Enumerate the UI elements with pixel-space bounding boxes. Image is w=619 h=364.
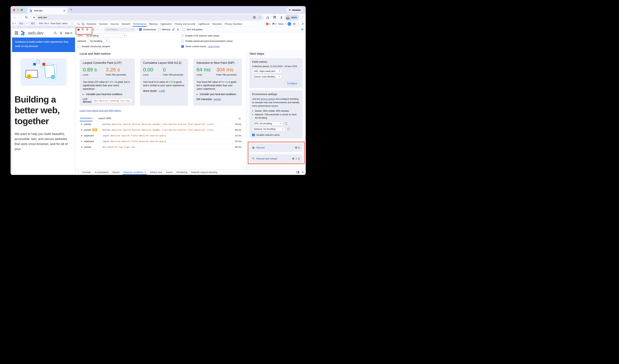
- interaction-row[interactable]: ▶ pointer div.devsite-top-logo-row 48 ms: [80, 144, 242, 150]
- sign-in-button[interactable]: Sign in: [65, 32, 72, 34]
- env-network-select[interactable]: Network: No throttling▼: [252, 127, 285, 131]
- close-icon[interactable]: ✕: [144, 171, 146, 174]
- memory-checkbox[interactable]: [158, 28, 161, 31]
- tab-privacy-security[interactable]: Privacy and security: [173, 21, 197, 27]
- downloads-icon[interactable]: [280, 16, 283, 19]
- lcp-test-conditions-expander[interactable]: ▶ Consider your local test conditions: [83, 93, 132, 96]
- main-context-select[interactable]: Main ▼: [278, 23, 286, 25]
- tab-application[interactable]: Application: [159, 21, 173, 27]
- emulation-menu-icon[interactable]: ⋮: [71, 22, 73, 25]
- window-controls[interactable]: [13, 6, 23, 14]
- browser-tab[interactable]: web.dev ✕: [27, 8, 67, 14]
- drawer-close-icon[interactable]: ✕: [302, 171, 304, 174]
- devtools-close-icon[interactable]: ✕: [302, 22, 304, 26]
- interaction-row[interactable]: ▶ keyboard input.devsite-search-field.de…: [80, 133, 242, 139]
- drawer-tab-whats-new[interactable]: What's new: [148, 169, 164, 175]
- info-icon[interactable]: i: [285, 122, 287, 125]
- field-url-select[interactable]: URL: https://web.dev/▼: [252, 69, 282, 73]
- tab-close-icon[interactable]: ✕: [63, 9, 65, 12]
- address-bar[interactable]: web.dev ☆: [31, 14, 264, 20]
- cpu-throttle-select[interactable]: No throttling▼: [85, 34, 127, 38]
- drawer-menu-icon[interactable]: ⋮: [77, 171, 80, 174]
- drawer-tab-search[interactable]: Search: [111, 169, 122, 175]
- network-throttle-select[interactable]: No throttling▼: [88, 39, 109, 43]
- tab-elements[interactable]: Elements: [85, 21, 98, 27]
- inp-test-conditions-expander[interactable]: ▶ Consider your local test conditions: [197, 93, 239, 96]
- viewport-height-input[interactable]: [29, 22, 37, 25]
- tab-performance[interactable]: Performance: [132, 21, 148, 27]
- record-and-reload-button[interactable]: ↻ Record and reload ⌘ ⇧ E: [250, 154, 303, 163]
- drawer-tab-console[interactable]: Console: [80, 169, 93, 175]
- css-stats-checkbox[interactable]: [181, 34, 184, 37]
- load-profile-icon[interactable]: ↥: [92, 28, 95, 31]
- new-tab-button[interactable]: +: [70, 7, 72, 13]
- tab-memory[interactable]: Memory: [148, 21, 159, 27]
- tab-console[interactable]: Console: [98, 21, 109, 27]
- theme-toggle-icon[interactable]: [59, 31, 63, 35]
- inp-interaction-link[interactable]: pointer: [214, 98, 221, 101]
- custom-tracks-learn-more-link[interactable]: Learn more: [208, 45, 220, 48]
- disable-network-cache-toggle[interactable]: Disable network cache: [252, 134, 300, 136]
- tab-sources[interactable]: Sources: [109, 21, 120, 27]
- tab-network[interactable]: Network: [120, 21, 132, 27]
- forward-icon[interactable]: →: [18, 15, 23, 19]
- worst-cluster-link[interactable]: 1 shift: [158, 90, 165, 92]
- advanced-paint-toggle[interactable]: Enable advanced paint instrumentation (s…: [181, 39, 303, 43]
- dim-3rd-parties-toggle[interactable]: Dim 3rd parties: [183, 28, 203, 31]
- tab-lighthouse[interactable]: Lighthouse: [197, 21, 211, 27]
- chevron-right-icon[interactable]: ▶: [80, 146, 84, 148]
- record-reload-icon[interactable]: ↻: [82, 28, 84, 31]
- chevron-right-icon[interactable]: ▶: [80, 129, 84, 131]
- screenshots-toggle[interactable]: Screenshots: [139, 28, 156, 31]
- dock-side-icon[interactable]: [296, 171, 299, 174]
- collapse-sanitize-icon[interactable]: ⇅: [177, 28, 179, 31]
- devtools-menu-icon[interactable]: ⋮: [297, 22, 300, 26]
- js-samples-checkbox[interactable]: [78, 45, 80, 48]
- error-count[interactable]: ✕ 1: [266, 23, 270, 25]
- clear-icon[interactable]: ⊘: [86, 28, 88, 31]
- bookmark-star-icon[interactable]: ☆: [258, 15, 262, 19]
- save-profile-icon[interactable]: ↧: [97, 28, 99, 31]
- webdev-logo-icon[interactable]: [20, 30, 26, 36]
- extensions-puzzle-icon[interactable]: [266, 16, 269, 19]
- maximize-window-button[interactable]: [21, 9, 23, 11]
- install-app-icon[interactable]: [253, 16, 256, 19]
- minimize-window-button[interactable]: [17, 9, 19, 11]
- home-icon[interactable]: ⌂: [101, 28, 102, 31]
- chevron-right-icon[interactable]: ▶: [80, 140, 84, 142]
- gemini-button[interactable]: ✦ Gemini: [286, 7, 303, 13]
- close-window-button[interactable]: [13, 9, 15, 11]
- memory-toggle[interactable]: Memory: [158, 28, 170, 31]
- device-preset-select[interactable]: ▼: [12, 22, 16, 25]
- viewport-width-input[interactable]: [17, 22, 25, 25]
- lcp-element-chip[interactable]: div.devsite-landing-row-ite…: [93, 99, 132, 102]
- screenshots-checkbox[interactable]: [139, 28, 142, 31]
- show-custom-tracks-toggle[interactable]: Show custom tracks Learn more: [181, 44, 303, 48]
- custom-tracks-checkbox[interactable]: [181, 45, 184, 48]
- site-search-icon[interactable]: [54, 31, 57, 35]
- reload-icon[interactable]: ↻: [24, 15, 28, 19]
- network-cache-checkbox[interactable]: [252, 134, 255, 136]
- devtools-settings-icon[interactable]: ⚙: [293, 22, 295, 26]
- chevron-right-icon[interactable]: ▶: [80, 135, 84, 137]
- throttle-select[interactable]: No throttling▼: [44, 22, 49, 25]
- interaction-row[interactable]: ▶ keyboard input.devsite-search-field.de…: [80, 139, 242, 144]
- extension-icon[interactable]: [288, 22, 291, 26]
- info-icon[interactable]: i: [287, 128, 290, 130]
- drawer-tab-rendering[interactable]: Rendering: [175, 169, 189, 175]
- interaction-row[interactable]: ▶ pointerINP button.devsite-search-butto…: [80, 127, 242, 133]
- menu-icon[interactable]: [15, 32, 18, 34]
- drawer-tab-ai-assistance[interactable]: AI assistance: [93, 169, 111, 175]
- profile-button[interactable]: Work: [285, 14, 299, 20]
- tab-interactions[interactable]: Interactions: [80, 116, 93, 121]
- tab-privacy-sandbox[interactable]: Privacy Sandbox: [223, 21, 243, 27]
- tab-recorder[interactable]: Recorder: [211, 21, 224, 27]
- drawer-tab-network-request-blocking[interactable]: Network request blocking: [189, 169, 219, 175]
- configure-button[interactable]: Configure: [284, 81, 300, 86]
- record-icon[interactable]: ◉: [77, 28, 80, 31]
- record-button[interactable]: ◉ Record ⌘ E: [250, 143, 303, 152]
- url-text[interactable]: web.dev: [38, 16, 251, 19]
- dim-checkbox[interactable]: [183, 28, 185, 31]
- back-icon[interactable]: ←: [13, 15, 17, 19]
- paint-checkbox[interactable]: [181, 40, 184, 42]
